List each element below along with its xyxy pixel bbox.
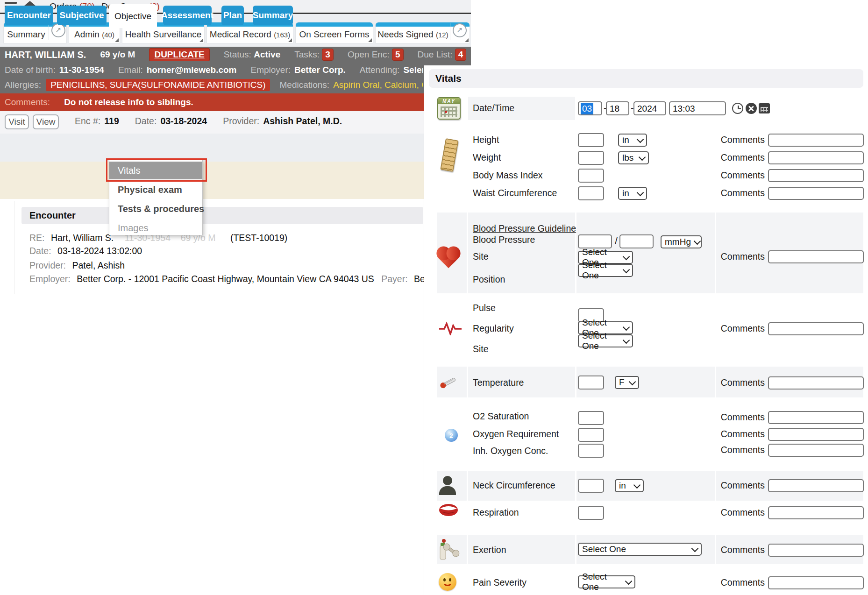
oxygen-requirement-comments-label: Comments (720, 429, 765, 439)
o2-saturation-input[interactable] (578, 411, 604, 425)
dob-label: Date of birth: (5, 65, 56, 75)
visit-button[interactable]: Visit (5, 114, 29, 129)
tab-on-screen-forms[interactable]: On Screen Forms (296, 22, 373, 43)
allergies-badge[interactable]: PENICILLINS, SULFA(SULFONAMIDE ANTIBIOTI… (46, 79, 270, 91)
tab-medical-record[interactable]: Medical Record (163) (207, 22, 293, 43)
exertion-comments-label: Comments (720, 545, 765, 555)
bp-diastolic-input[interactable] (619, 234, 654, 248)
waist-input[interactable] (578, 186, 604, 200)
pulse-icon (439, 321, 462, 335)
neck-comments-input[interactable] (768, 479, 864, 492)
tasks-badge[interactable]: 3 (322, 49, 334, 61)
temperature-label: Temperature (473, 377, 524, 388)
time-input[interactable]: 13:03 (669, 101, 726, 115)
date-month-input[interactable]: 03 (578, 101, 602, 115)
oxygen-requirement-input[interactable] (578, 428, 604, 442)
open-enc-badge[interactable]: 5 (392, 49, 404, 61)
weight-label: Weight (473, 152, 501, 163)
menu-item-tests-procedures[interactable]: Tests & procedures (109, 204, 202, 214)
pain-severity-select[interactable]: Select One (578, 575, 635, 588)
tab-encounter[interactable]: Encounter (5, 6, 53, 25)
respiration-input[interactable] (578, 506, 604, 520)
date-day-input[interactable]: 18 (606, 101, 629, 115)
re-value: Hart, William S. (51, 233, 114, 243)
menu-item-vitals[interactable]: Vitals (109, 162, 202, 179)
chevron-down-icon (637, 135, 644, 143)
oxygen-icon: 2 (445, 429, 458, 442)
patient-age-sex: 69 y/o M (100, 50, 135, 60)
neck-circumference-label: Neck Circumference (473, 480, 555, 491)
tab-assessment[interactable]: Assessment (163, 6, 212, 25)
height-unit-select[interactable]: in (618, 134, 647, 147)
dob-value: 11-30-1954 (59, 65, 104, 75)
waist-unit-select[interactable]: in (618, 187, 647, 200)
employer-label: Employer: (250, 65, 291, 75)
height-label: Height (473, 135, 499, 145)
temperature-unit-select[interactable]: F (615, 376, 639, 389)
oxygen-requirement-comments-input[interactable] (768, 428, 864, 441)
height-comments-label: Comments (720, 135, 765, 145)
date-picker-icon[interactable] (759, 103, 770, 113)
weight-input[interactable] (578, 151, 604, 165)
height-input[interactable] (578, 133, 604, 147)
menu-item-physical-exam[interactable]: Physical exam (109, 184, 202, 195)
re-label: RE: (29, 233, 45, 243)
respiration-comments-input[interactable] (768, 506, 864, 519)
tab-plan[interactable]: Plan (221, 6, 244, 25)
waist-comments-input[interactable] (768, 187, 864, 200)
encounter-card-title: Encounter (29, 210, 76, 221)
exertion-comments-input[interactable] (768, 544, 864, 557)
neck-unit-select[interactable]: in (615, 479, 644, 492)
inh-oxygen-conc-input[interactable] (578, 444, 604, 458)
chevron-down-icon (623, 336, 630, 344)
menu-item-images[interactable]: Images (109, 223, 202, 234)
attending-label: Attending: (360, 65, 400, 75)
enc-date-value: 03-18-2024 (160, 116, 207, 127)
weight-comments-input[interactable] (768, 151, 864, 164)
bp-comments-input[interactable] (768, 250, 864, 263)
view-button[interactable]: View (33, 114, 59, 129)
chevron-down-icon (633, 481, 641, 489)
temperature-input[interactable] (578, 375, 604, 390)
date-year-input[interactable]: 2024 (633, 101, 666, 115)
due-list-badge[interactable]: 4 (455, 49, 467, 61)
patient-name[interactable]: HART, WILLIAM S. (5, 50, 86, 60)
tab-summary-note[interactable]: Summary (253, 6, 293, 25)
height-comments-input[interactable] (768, 134, 864, 147)
summary-popout-icon[interactable]: ↗ (51, 23, 65, 37)
attending-value: Selenium S (403, 65, 423, 75)
bmi-input[interactable] (578, 169, 604, 183)
inh-oxygen-conc-comments-input[interactable] (768, 444, 864, 457)
bp-comments-label: Comments (720, 251, 765, 262)
clock-icon[interactable] (732, 103, 743, 114)
card-provider-label: Provider: (29, 260, 66, 270)
pain-comments-input[interactable] (768, 576, 864, 589)
pulse-site-select[interactable]: Select One (578, 334, 633, 347)
bp-unit-select[interactable]: mmHg (661, 235, 702, 248)
neck-circumference-input[interactable] (578, 479, 604, 493)
bmi-comments-input[interactable] (768, 169, 864, 182)
clear-date-icon[interactable] (746, 103, 757, 114)
pain-severity-label: Pain Severity (473, 577, 526, 588)
o2-saturation-comments-input[interactable] (768, 411, 864, 424)
bp-systolic-input[interactable] (578, 234, 612, 248)
tab-subjective[interactable]: Subjective (57, 6, 107, 25)
webchart-app: Orders (70) Doc Queue (3) Summary ↗ Admi… (0, 0, 868, 595)
bp-guideline-link[interactable]: Blood Pressure Guideline (473, 223, 576, 234)
temperature-comments-input[interactable] (768, 376, 864, 390)
pulse-comments-input[interactable] (768, 322, 864, 335)
bp-site-label: Site (473, 251, 489, 262)
needs-signed-popout-icon[interactable]: ↗ (453, 23, 467, 37)
tab-objective[interactable]: Objective (109, 4, 157, 28)
card-payer-label: Payer: (381, 274, 407, 284)
chevron-down-icon (691, 545, 699, 552)
medications-value[interactable]: Aspirin Oral, Calcium, C (333, 80, 423, 90)
bp-position-select[interactable]: Select One (578, 264, 633, 277)
duplicate-flag[interactable]: DUPLICATE (149, 48, 209, 61)
enc-number-label: Enc #: (75, 116, 100, 127)
weight-unit-select[interactable]: lbs (618, 151, 649, 164)
chevron-down-icon (623, 253, 630, 260)
exertion-select[interactable]: Select One (578, 543, 702, 556)
datetime-label: Date/Time (473, 103, 514, 113)
pulse-regularity-label: Regularity (473, 323, 514, 334)
